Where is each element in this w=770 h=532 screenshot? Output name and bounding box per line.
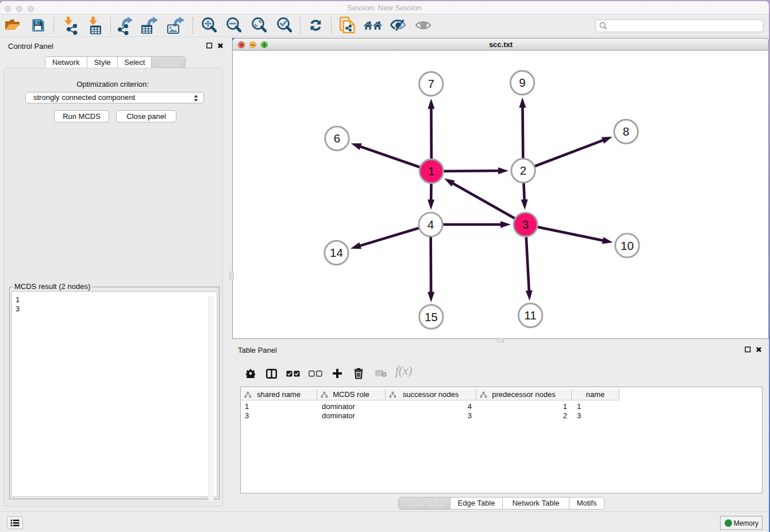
svg-text:4: 4 — [428, 218, 434, 231]
svg-text:1: 1 — [428, 164, 434, 178]
svg-text:11: 11 — [524, 309, 536, 322]
svg-text:8: 8 — [623, 125, 629, 138]
svg-text:3: 3 — [522, 218, 529, 231]
svg-text:6: 6 — [334, 132, 340, 145]
svg-text:10: 10 — [621, 239, 634, 252]
svg-text:14: 14 — [330, 246, 343, 259]
svg-text:2: 2 — [520, 164, 526, 177]
svg-text:7: 7 — [428, 77, 434, 90]
svg-text:15: 15 — [425, 310, 438, 323]
svg-text:9: 9 — [519, 76, 525, 89]
